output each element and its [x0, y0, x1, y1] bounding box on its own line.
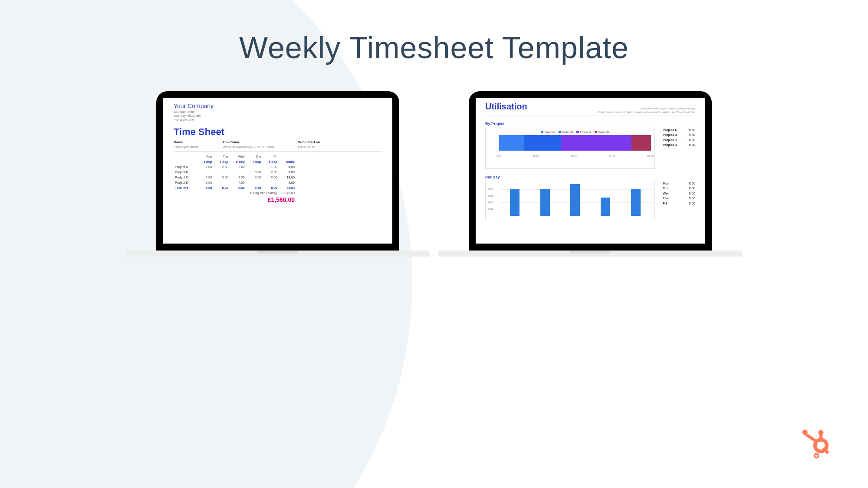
company-name: Your Company: [174, 102, 382, 109]
by-project-values: Project A6.50Project B9.50Project C18.00…: [663, 128, 695, 169]
by-project-chart: Project A Project B Project C Project D …: [485, 128, 655, 169]
hubspot-logo-icon: [801, 428, 833, 462]
by-project-label: By Project: [485, 122, 695, 126]
divider: [174, 152, 382, 152]
billing-rate-value: 40.00: [279, 190, 296, 195]
table-row: Project B5.502.009.50: [174, 169, 296, 175]
billing-rate-label: Billing rate (hourly): [174, 190, 279, 195]
utilisation-note: See breakdowns of your week by project o…: [598, 107, 695, 114]
meta-name-label: Name: [174, 140, 199, 144]
svg-point-6: [815, 454, 819, 458]
meta-timeframe-value: Week of 04/09/2000 - 08/09/2000: [223, 145, 274, 149]
svg-point-4: [802, 430, 808, 435]
laptop-base: [126, 251, 430, 257]
laptop-left: Your Company 123 Your Street Your City, …: [156, 91, 399, 257]
meta-name-value: Employee name: [174, 145, 199, 149]
laptop-base: [438, 251, 742, 257]
table-row: Project C6.003.003.500.505.0018.00: [174, 175, 296, 180]
utilisation-heading: Utilisation: [485, 102, 527, 112]
meta-timeframe-label: Timeframe: [223, 140, 274, 144]
laptop-right: Utilisation See breakdowns of your week …: [469, 91, 712, 257]
addr-phone: 01234 456 789: [174, 118, 382, 122]
per-day-values: Mon8.00Tue8.00Wed9.50Thu5.50Fri8.00: [663, 181, 695, 220]
meta-submitted-value: 08/09/2016: [298, 145, 315, 149]
timesheet-heading: Time Sheet: [174, 126, 382, 138]
table-row: Project D1.004.005.00: [174, 180, 296, 185]
addr-line2: Your City, AB12 3BC: [174, 114, 382, 118]
total-amount: £1,560.00: [174, 195, 296, 204]
page-title: Weekly Timesheet Template: [0, 0, 868, 65]
table-row: Project A1.002.502.001.006.50: [174, 164, 296, 169]
per-day-label: Per Day: [485, 175, 695, 179]
timesheet-table: MonTueWedThuFri 4 Sep5 Sep6 Sep7 Sep8 Se…: [174, 154, 296, 204]
per-day-chart: 8.006.004.002.00: [485, 181, 655, 220]
company-address: 123 Your Street Your City, AB12 3BC 0123…: [174, 110, 382, 122]
meta-submitted-label: Submitted on: [298, 140, 320, 144]
svg-point-2: [819, 430, 824, 435]
addr-line1: 123 Your Street: [174, 110, 382, 114]
